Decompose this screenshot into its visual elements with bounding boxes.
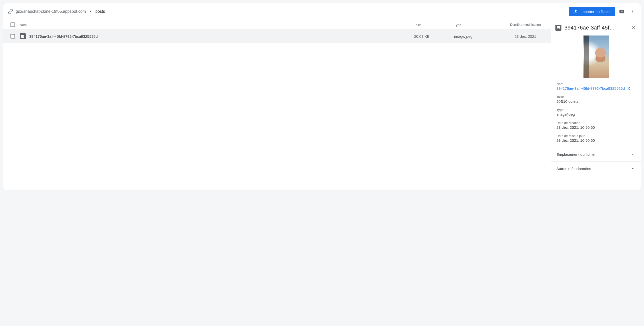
more-menu-button[interactable] <box>628 8 636 16</box>
select-all-cell <box>6 22 20 27</box>
row-size: 20.03 KB <box>414 34 454 38</box>
storage-panel: gs://snapchat-clone-19f65.appspot.com po… <box>3 3 641 190</box>
breadcrumb-current[interactable]: posts <box>95 9 105 14</box>
accordion-other-label: Autres métadonnées <box>556 166 591 171</box>
meta-type-label: Type <box>556 108 635 112</box>
content-body: Nom Taille Type Dernière modification 39… <box>3 20 641 190</box>
chevron-right-icon <box>88 9 93 14</box>
breadcrumb: gs://snapchat-clone-19f65.appspot.com po… <box>16 9 566 14</box>
meta-updated-value: 23 déc. 2021, 10:50:50 <box>556 138 635 142</box>
col-type-header[interactable]: Type <box>454 23 504 27</box>
image-icon <box>20 33 26 39</box>
accordion-other-metadata[interactable]: Autres métadonnées <box>551 161 641 176</box>
row-name-cell: 394176ae-3aff-45fd-8792-7bca9325525d <box>20 33 414 39</box>
meta-created-label: Date de création <box>556 121 635 125</box>
new-folder-button[interactable] <box>618 8 626 16</box>
breadcrumb-root[interactable]: gs://snapchat-clone-19f65.appspot.com <box>16 9 86 14</box>
meta-name-value: 394176ae-3aff-45fd-8792-7bca9325525d <box>556 86 625 90</box>
col-modified-header[interactable]: Dernière modification <box>504 23 547 27</box>
meta-name-link[interactable]: 394176ae-3aff-45fd-8792-7bca9325525d <box>556 86 630 90</box>
import-file-button[interactable]: Importer un fichier <box>569 7 615 16</box>
image-icon <box>555 25 561 31</box>
col-size-header[interactable]: Taille <box>414 23 454 27</box>
link-icon <box>8 9 13 14</box>
meta-updated-label: Date de mise à jour <box>556 134 635 138</box>
toolbar: gs://snapchat-clone-19f65.appspot.com po… <box>3 3 641 20</box>
meta-type-value: image/jpeg <box>556 112 635 116</box>
meta-created-value: 23 déc. 2021, 10:50:50 <box>556 125 635 130</box>
svg-point-1 <box>632 11 632 12</box>
chevron-down-icon <box>630 152 635 157</box>
close-button[interactable] <box>631 25 636 30</box>
table-header: Nom Taille Type Dernière modification <box>3 20 551 30</box>
details-title: 394176ae-3aff-45f… <box>564 24 628 31</box>
row-check-cell <box>6 34 20 38</box>
col-name-header[interactable]: Nom <box>20 23 414 27</box>
open-external-icon <box>626 86 630 90</box>
accordion-file-location[interactable]: Emplacement du fichier <box>551 147 641 161</box>
file-list: Nom Taille Type Dernière modification 39… <box>3 20 551 190</box>
chevron-down-icon <box>630 166 635 171</box>
row-modified: 23 déc. 2021 <box>504 34 547 38</box>
meta-size-label: Taille <box>556 95 635 99</box>
thumbnail-wrap <box>551 32 641 82</box>
details-panel: 394176ae-3aff-45f… Nom 394176ae-3aff-45f… <box>551 20 641 190</box>
upload-icon <box>573 9 578 14</box>
table-row[interactable]: 394176ae-3aff-45fd-8792-7bca9325525d 20.… <box>3 30 551 43</box>
select-all-checkbox[interactable] <box>11 22 15 27</box>
details-meta: Nom 394176ae-3aff-45fd-8792-7bca9325525d… <box>551 82 641 147</box>
svg-point-2 <box>632 12 632 13</box>
row-type: image/jpeg <box>454 34 504 38</box>
svg-point-0 <box>632 10 632 10</box>
import-file-label: Importer un fichier <box>580 10 611 14</box>
meta-name-label: Nom <box>556 82 635 86</box>
details-header: 394176ae-3aff-45f… <box>551 20 641 32</box>
thumbnail[interactable] <box>583 36 609 78</box>
meta-size-value: 20 510 octets <box>556 99 635 104</box>
row-filename: 394176ae-3aff-45fd-8792-7bca9325525d <box>29 34 98 38</box>
row-checkbox[interactable] <box>11 34 15 38</box>
accordion-location-label: Emplacement du fichier <box>556 152 596 156</box>
